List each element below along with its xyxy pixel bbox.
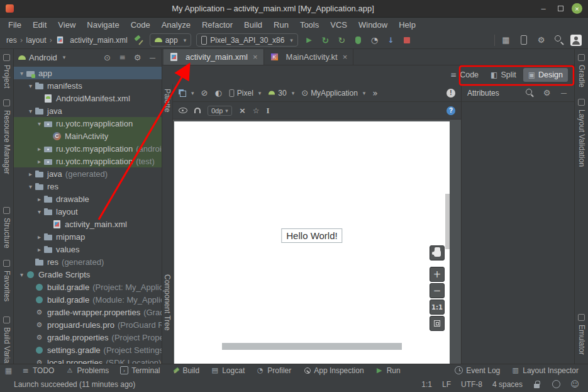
tool-button-event-log[interactable]: Event Log	[449, 365, 506, 376]
tree-item-java-generated[interactable]: java(generated)	[14, 167, 162, 180]
status-4-spaces[interactable]: 4 spaces	[492, 380, 523, 389]
tree-item-manifests[interactable]: manifests	[14, 79, 162, 92]
hide-panel-icon[interactable]	[559, 88, 569, 98]
tree-item-ru-yotc-myapplication[interactable]: ru.yotc.myapplication	[14, 117, 162, 130]
search-icon[interactable]	[553, 34, 565, 46]
device-manager-icon[interactable]	[518, 34, 530, 46]
tree-item-java[interactable]: java	[14, 104, 162, 117]
zoom-in-button[interactable]	[430, 267, 445, 282]
component-tree-label[interactable]: Component Tree	[163, 274, 172, 330]
close-button[interactable]: ×	[572, 3, 582, 14]
night-mode-icon[interactable]	[214, 88, 221, 98]
tree-item-drawable[interactable]: drawable	[14, 193, 162, 205]
vertical-scrollbar[interactable]	[445, 194, 450, 249]
tab-close-icon[interactable]: ×	[343, 52, 348, 62]
tree-item-activity-main-xml[interactable]: activity_main.xml	[14, 218, 162, 230]
tool-window-switcher-icon[interactable]	[4, 366, 13, 375]
settings-icon[interactable]	[133, 53, 142, 62]
zoom-to-fit-button[interactable]	[430, 316, 445, 331]
tool-stripe-build-variants[interactable]: Build Variants	[3, 316, 11, 364]
tree-item-gradle-properties-project-properties[interactable]: gradle.properties(Project Properties)	[14, 331, 162, 344]
tree-item-res-generated[interactable]: res(generated)	[14, 255, 162, 268]
avatar-icon[interactable]	[570, 35, 582, 46]
blueprint-mode-icon[interactable]	[201, 88, 208, 98]
debug-icon[interactable]	[352, 34, 364, 46]
tree-item-androidmanifest-xml[interactable]: AndroidManifest.xml	[14, 92, 162, 104]
feedback-icon[interactable]	[570, 380, 579, 389]
pan-button[interactable]	[430, 245, 445, 260]
status-lf[interactable]: LF	[442, 380, 451, 389]
toolbar-overflow-icon[interactable]	[372, 88, 378, 98]
palette-label[interactable]: Palette	[163, 89, 172, 112]
chevron-open-icon[interactable]	[18, 70, 26, 77]
pack-icon[interactable]	[267, 106, 270, 116]
menu-edit[interactable]: Edit	[27, 19, 52, 31]
infer-constraints-icon[interactable]	[253, 106, 260, 115]
locate-icon[interactable]	[103, 53, 112, 62]
tree-item-res[interactable]: res	[14, 180, 162, 193]
tree-item-mainactivity[interactable]: MainActivity	[14, 130, 162, 142]
breadcrumb-item-res[interactable]: res	[6, 36, 17, 45]
menu-run[interactable]: Run	[268, 19, 294, 31]
tool-stripe-emulator[interactable]: Emulator	[577, 314, 586, 355]
tree-item-app[interactable]: app	[14, 67, 162, 79]
chevron-closed-icon[interactable]	[35, 233, 43, 240]
chevron-closed-icon[interactable]	[35, 246, 43, 253]
run-icon[interactable]	[303, 34, 315, 46]
zoom-ratio-button[interactable]: 1:1	[430, 300, 445, 315]
device-for-preview-selector[interactable]: Pixel	[229, 89, 262, 98]
menu-window[interactable]: Window	[353, 19, 393, 31]
menu-help[interactable]: Help	[393, 19, 421, 31]
api-version-selector[interactable]: 30	[268, 89, 294, 98]
default-margins-selector[interactable]: 0dp	[208, 106, 232, 116]
chevron-open-icon[interactable]	[18, 271, 26, 278]
tool-button-app-inspection[interactable]: App Inspection	[297, 365, 369, 376]
tree-item-ru-yotc-myapplication-test[interactable]: ru.yotc.myapplication(test)	[14, 155, 162, 167]
tool-button-layout-inspector[interactable]: Layout Inspector	[506, 365, 584, 376]
tool-button-problems[interactable]: Problems	[60, 365, 114, 376]
menu-build[interactable]: Build	[238, 19, 268, 31]
chevron-open-icon[interactable]	[26, 108, 35, 115]
chevron-closed-icon[interactable]	[35, 145, 43, 152]
tool-stripe-favorites[interactable]: Favorites	[3, 260, 11, 301]
mode-button-split[interactable]: Split	[485, 68, 521, 82]
build-hammer-icon[interactable]	[133, 34, 145, 46]
tree-item-mipmap[interactable]: mipmap	[14, 230, 162, 243]
breadcrumb-item-activity-main-xml[interactable]: activity_main.xml	[70, 36, 127, 45]
collapse-all-icon[interactable]	[118, 53, 127, 62]
tool-button-run[interactable]: Run	[370, 365, 406, 376]
tool-button-build[interactable]: Build	[166, 365, 206, 376]
editor-tab-activity-main-xml[interactable]: activity_main.xml×	[164, 49, 264, 65]
help-icon[interactable]	[447, 106, 455, 115]
tree-item-layout[interactable]: layout	[14, 205, 162, 218]
tree-item-gradle-scripts[interactable]: Gradle Scripts	[14, 268, 162, 281]
chevron-open-icon[interactable]	[26, 183, 35, 190]
tool-button-logcat[interactable]: Logcat	[205, 365, 250, 376]
attach-debugger-icon[interactable]	[385, 34, 397, 46]
tool-button-todo[interactable]: TODO	[16, 365, 60, 376]
tree-item-gradle-wrapper-properties-gradle-version[interactable]: gradle-wrapper.properties(Gradle Version…	[14, 306, 162, 318]
theme-selector[interactable]: MyApplication	[301, 88, 365, 98]
status-utf-8[interactable]: UTF-8	[461, 380, 482, 389]
tree-item-ru-yotc-myapplication-androidtest[interactable]: ru.yotc.myapplication(androidTest)	[14, 142, 162, 155]
hide-icon[interactable]	[148, 53, 157, 62]
menu-view[interactable]: View	[52, 19, 81, 31]
tool-stripe-resource-manager[interactable]: Resource Manager	[3, 99, 11, 174]
tab-close-icon[interactable]: ×	[253, 52, 258, 62]
apply-changes-icon[interactable]	[319, 34, 331, 46]
view-options-icon[interactable]	[179, 108, 187, 113]
breadcrumb-item-layout[interactable]: layout	[26, 36, 46, 45]
tool-stripe-project[interactable]: Project	[3, 54, 11, 88]
tree-item-build-gradle-project-my-application[interactable]: build.gradle(Project: My_Application)	[14, 281, 162, 293]
tool-button-profiler[interactable]: Profiler	[250, 365, 297, 376]
project-view-selector[interactable]: Android	[18, 53, 65, 62]
tree-item-build-gradle-module-my-application-app[interactable]: build.gradle(Module: My_Application.app)	[14, 293, 162, 306]
menu-code[interactable]: Code	[125, 19, 156, 31]
mode-button-design[interactable]: Design	[523, 68, 568, 82]
stop-icon[interactable]	[401, 34, 413, 46]
maximize-button[interactable]	[555, 3, 566, 14]
menu-navigate[interactable]: Navigate	[81, 19, 125, 31]
tree-item-local-properties-sdk-location[interactable]: local.properties(SDK Location)	[14, 356, 162, 364]
tool-button-terminal[interactable]: Terminal	[114, 365, 165, 376]
menu-vcs[interactable]: VCS	[325, 19, 353, 31]
